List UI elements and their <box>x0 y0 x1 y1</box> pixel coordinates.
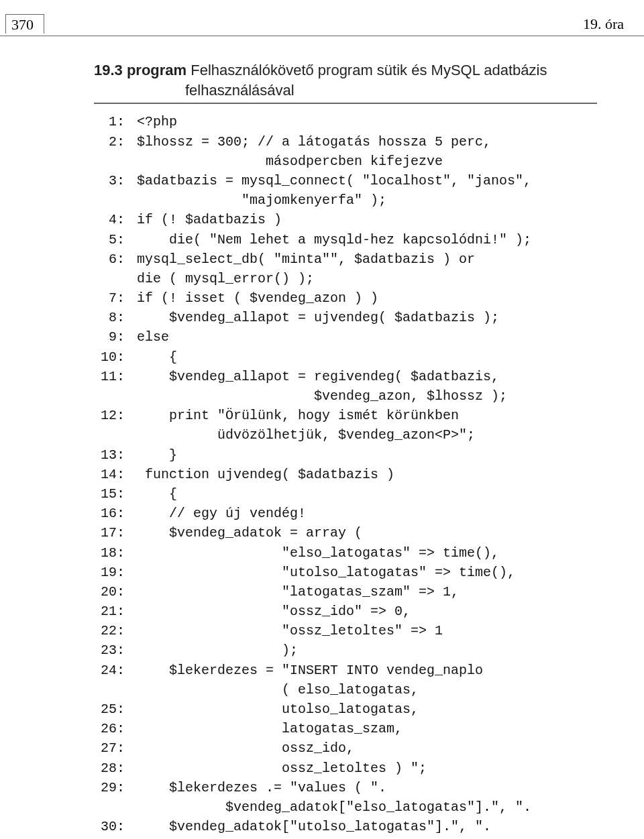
line-number: 27: <box>94 738 125 758</box>
line-number: 11: <box>94 367 125 386</box>
program-caption: 19.3 program Felhasználókövető program s… <box>94 60 597 104</box>
line-number <box>94 425 125 445</box>
line-number <box>94 269 125 288</box>
line-number: 16: <box>94 504 125 523</box>
line-number <box>94 797 125 817</box>
line-number: 12: <box>94 406 125 425</box>
line-number: 28: <box>94 759 125 778</box>
line-number: 20: <box>94 582 125 602</box>
line-number: 17: <box>94 523 125 543</box>
line-number: 10: <box>94 347 125 367</box>
line-number: 25: <box>94 700 125 719</box>
caption-prefix: 19.3 program <box>94 62 186 78</box>
line-number: 26: <box>94 719 125 738</box>
running-header: 370 19. óra <box>0 13 644 36</box>
line-number: 15: <box>94 484 125 504</box>
line-number: 4: <box>94 210 125 229</box>
line-number: 22: <box>94 621 125 640</box>
line-number: 19: <box>94 563 125 582</box>
line-number: 7: <box>94 288 125 308</box>
line-number: 3: <box>94 171 125 190</box>
line-number <box>94 190 125 210</box>
line-number: 1: <box>94 112 125 131</box>
caption-title-line-1: Felhasználókövető program sütik és MySQL… <box>186 62 547 78</box>
line-number: 8: <box>94 308 125 327</box>
line-number: 23: <box>94 640 125 660</box>
line-number: 30: <box>94 817 125 836</box>
page-content: 19.3 program Felhasználókövető program s… <box>0 60 644 839</box>
line-number: 6: <box>94 249 125 269</box>
line-number: 31: <box>94 836 125 839</box>
line-number <box>94 152 125 171</box>
line-number <box>94 680 125 700</box>
line-number: 2: <box>94 132 125 152</box>
page-number: 370 <box>5 14 44 34</box>
line-number: 24: <box>94 661 125 680</box>
line-number: 14: <box>94 465 125 484</box>
line-number: 9: <box>94 327 125 347</box>
line-number: 21: <box>94 602 125 621</box>
code-listing: 1: <?php 2: $lhossz = 300; // a látogatá… <box>94 108 597 839</box>
line-number: 13: <box>94 445 125 465</box>
line-number <box>94 386 125 406</box>
line-number: 5: <box>94 230 125 249</box>
chapter-title: 19. óra <box>583 15 624 33</box>
caption-title-line-2: felhasználásával <box>94 80 597 101</box>
line-number: 29: <box>94 778 125 797</box>
line-number: 18: <box>94 543 125 563</box>
